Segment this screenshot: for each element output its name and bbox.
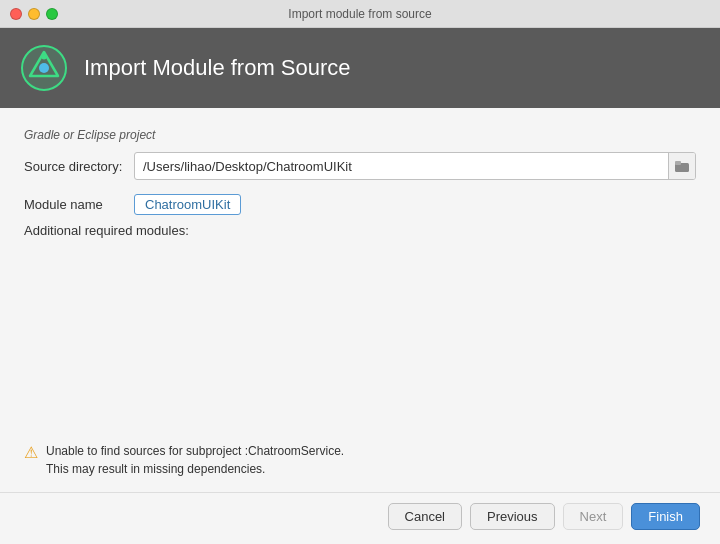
previous-button[interactable]: Previous [470,503,555,530]
next-button[interactable]: Next [563,503,624,530]
window-title: Import module from source [288,7,431,21]
source-directory-input-wrapper [134,152,696,180]
dialog-footer: Cancel Previous Next Finish [0,492,720,544]
dialog: Import Module from Source Gradle or Ecli… [0,28,720,544]
finish-button[interactable]: Finish [631,503,700,530]
warning-text: Unable to find sources for subproject :C… [46,442,344,478]
warning-area: ⚠ Unable to find sources for subproject … [0,432,720,492]
warning-icon: ⚠ [24,443,38,462]
svg-point-4 [42,55,47,60]
warning-line2: This may result in missing dependencies. [46,460,344,478]
source-directory-input[interactable] [135,155,668,178]
cancel-button[interactable]: Cancel [388,503,462,530]
dialog-header: Import Module from Source [0,28,720,108]
module-name-badge[interactable]: ChatroomUIKit [134,194,241,215]
folder-icon [675,160,689,172]
maximize-button[interactable] [46,8,58,20]
folder-browse-button[interactable] [668,153,695,179]
module-name-label: Module name [24,197,134,212]
source-directory-label: Source directory: [24,159,134,174]
minimize-button[interactable] [28,8,40,20]
title-bar: Import module from source [0,0,720,28]
dialog-title: Import Module from Source [84,55,351,81]
section-label: Gradle or Eclipse project [24,128,696,142]
module-name-row: Module name ChatroomUIKit [24,194,696,215]
android-studio-icon [20,44,68,92]
warning-line1: Unable to find sources for subproject :C… [46,442,344,460]
window-controls [10,8,58,20]
svg-rect-6 [675,161,681,165]
dialog-content: Gradle or Eclipse project Source directo… [0,108,720,432]
svg-point-3 [39,63,49,73]
close-button[interactable] [10,8,22,20]
source-directory-row: Source directory: [24,152,696,180]
additional-modules-label: Additional required modules: [24,223,696,238]
